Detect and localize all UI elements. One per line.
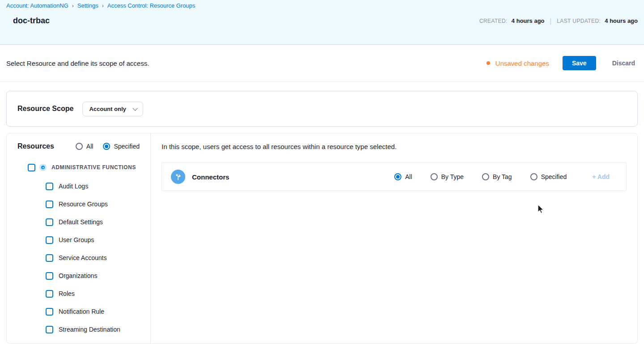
dot-icon [486, 61, 490, 65]
resource-row-radio-group: All By Type By Tag [394, 173, 567, 180]
last-updated-label: LAST UPDATED: [557, 18, 601, 24]
item-checkbox[interactable] [46, 290, 53, 298]
resource-row-radio-option[interactable]: By Type [431, 173, 464, 180]
resource-row-radio-option[interactable]: Specified [530, 173, 567, 180]
unsaved-changes-badge: Unsaved changes [486, 60, 549, 67]
item-checkbox[interactable] [46, 236, 53, 244]
tree-item[interactable]: Organizations [17, 267, 140, 285]
radio-option-label: All [86, 143, 94, 150]
tree-item-label: User Groups [59, 236, 94, 243]
radio-option-label: All [405, 173, 412, 180]
tree-item[interactable]: Default Settings [17, 213, 140, 231]
tree-item[interactable]: Streaming Destination [17, 320, 140, 338]
breadcrumb-link[interactable]: Account: AutomationNG [6, 2, 68, 9]
header-meta: CREATED: 4 hours ago | LAST UPDATED: 4 h… [479, 17, 638, 25]
resources-scope-radio-group: All Specified [76, 143, 140, 150]
resources-scope-radio-option[interactable]: Specified [103, 143, 140, 150]
resource-scope-dropdown[interactable]: Account only [82, 102, 143, 116]
item-checkbox[interactable] [46, 201, 53, 208]
tree-item-label: Organizations [59, 272, 97, 279]
radio-option-label: Specified [541, 173, 567, 180]
tree-item[interactable]: Service Accounts [17, 249, 140, 267]
item-checkbox[interactable] [46, 183, 53, 190]
breadcrumb-link[interactable]: Access Control: Resource Groups [107, 2, 196, 9]
item-checkbox[interactable] [46, 218, 53, 226]
tree-item[interactable]: Audit Logs [17, 177, 140, 195]
add-button[interactable]: + Add [592, 173, 610, 180]
toolbar-description: Select Resource and define its scope of … [6, 60, 149, 67]
resources-main: In this scope, users get access to all r… [151, 133, 637, 343]
group-checkbox[interactable] [28, 164, 35, 171]
chevron-right-icon: › [102, 3, 104, 9]
chevron-right-icon: › [72, 3, 74, 9]
radio-icon[interactable] [394, 173, 401, 180]
tree-item-label: Service Accounts [59, 254, 107, 261]
item-checkbox[interactable] [46, 326, 53, 333]
discard-button[interactable]: Discard [610, 56, 638, 70]
tree-item[interactable]: Resource Groups [17, 195, 140, 213]
resource-scope-dropdown-value: Account only [89, 106, 126, 112]
resources-sidebar-header: Resources All Specified [17, 142, 140, 150]
breadcrumb-link[interactable]: Settings [77, 2, 98, 9]
unsaved-changes-label: Unsaved changes [495, 60, 549, 67]
page-title: doc-trbac [13, 16, 50, 26]
radio-icon[interactable] [530, 173, 537, 180]
tree-item-label: Default Settings [59, 218, 103, 226]
item-checkbox[interactable] [46, 272, 53, 280]
tree-item-label: Audit Logs [59, 183, 88, 190]
breadcrumb-item: Settings › [77, 2, 107, 9]
resource-row-title: Connectors [192, 173, 229, 181]
resources-sidebar: Resources All Specified [7, 133, 151, 343]
radio-icon[interactable] [431, 173, 438, 180]
created-value: 4 hours ago [512, 17, 545, 24]
radio-option-label: By Tag [493, 173, 512, 180]
tree-group-administrative-functions: ADMINISTRATIVE FUNCTIONS [28, 162, 140, 173]
resource-scope-label: Resource Scope [17, 105, 73, 113]
connectors-avatar-icon [171, 170, 185, 184]
radio-icon[interactable] [482, 173, 489, 180]
radio-icon[interactable] [103, 143, 110, 150]
resources-scope-radio-option[interactable]: All [76, 143, 94, 150]
radio-option-label: By Type [441, 173, 464, 180]
resource-row-connectors: Connectors All By Type [162, 162, 627, 191]
resource-row-radio-option[interactable]: By Tag [482, 173, 512, 180]
resources-tree: ADMINISTRATIVE FUNCTIONS Audit Logs Reso… [17, 162, 140, 338]
tree-item-label: Resource Groups [59, 201, 108, 208]
created-label: CREATED: [479, 18, 508, 24]
resource-scope-card: Resource Scope Account only [6, 91, 638, 127]
action-toolbar: Select Resource and define its scope of … [0, 45, 644, 82]
tree-item[interactable]: User Groups [17, 231, 140, 249]
page-header: Account: AutomationNG › Settings › Acces… [0, 0, 644, 45]
meta-divider: | [549, 17, 553, 25]
breadcrumb-item: Access Control: Resource Groups [107, 2, 203, 9]
scope-note: In this scope, users get access to all r… [162, 143, 627, 150]
content-area: Resource Scope Account only Resources Al… [0, 82, 644, 344]
tree-item-list: Audit Logs Resource Groups Default Setti… [17, 177, 140, 338]
tree-item-label: Roles [59, 290, 75, 297]
radio-icon[interactable] [76, 143, 83, 150]
tree-item-label: Notification Rule [59, 308, 104, 315]
resources-panel: Resources All Specified [6, 133, 638, 344]
resources-title: Resources [17, 142, 54, 150]
collapse-indicator-icon[interactable] [39, 164, 47, 171]
resource-row-radio-option[interactable]: All [394, 173, 412, 180]
save-button[interactable]: Save [563, 56, 596, 70]
header-title-row: doc-trbac CREATED: 4 hours ago | LAST UP… [0, 16, 644, 26]
radio-option-label: Specified [114, 143, 140, 150]
tree-item[interactable]: Notification Rule [17, 303, 140, 320]
item-checkbox[interactable] [46, 308, 53, 316]
breadcrumb: Account: AutomationNG › Settings › Acces… [0, 0, 644, 9]
item-checkbox[interactable] [46, 254, 53, 262]
last-updated-value: 4 hours ago [605, 17, 638, 24]
chevron-down-icon [132, 106, 137, 111]
toolbar-actions: Unsaved changes Save Discard [486, 56, 638, 70]
tree-group-label: ADMINISTRATIVE FUNCTIONS [51, 164, 136, 171]
breadcrumb-item: Account: AutomationNG › [6, 2, 77, 9]
tree-item[interactable]: Roles [17, 285, 140, 303]
tree-item-label: Streaming Destination [59, 326, 120, 333]
